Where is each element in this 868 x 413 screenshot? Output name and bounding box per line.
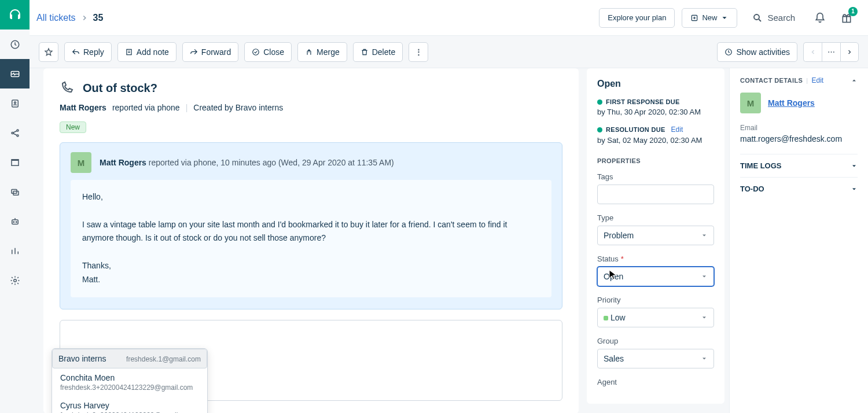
nav-contacts[interactable] <box>0 89 30 118</box>
edit-contact-link[interactable]: Edit <box>812 76 824 84</box>
note-icon <box>125 48 133 56</box>
ticket-nav-more[interactable]: ⋯ <box>822 42 840 62</box>
delete-button[interactable]: Delete <box>353 42 403 62</box>
svg-point-10 <box>13 222 14 223</box>
chevron-right-icon <box>80 14 89 22</box>
chevron-down-icon <box>720 14 729 22</box>
explore-plan-button[interactable]: Explore your plan <box>599 8 675 28</box>
contact-name-link[interactable]: Matt Rogers <box>768 98 815 108</box>
status-pill: New <box>60 121 86 133</box>
search-button[interactable]: Search <box>744 8 803 28</box>
nav-forums[interactable] <box>0 177 30 207</box>
contact-sidebar: CONTACT DETAILS | Edit M Matt Rogers Ema… <box>729 68 868 413</box>
contact-details-header: CONTACT DETAILS <box>740 77 803 84</box>
tags-label: Tags <box>597 172 714 181</box>
nav-admin[interactable] <box>0 266 30 295</box>
ticket-title: Out of stock? <box>83 82 157 95</box>
sla-dot-icon <box>597 127 602 132</box>
nav-tickets[interactable] <box>0 59 30 89</box>
breadcrumb-root[interactable]: All tickets <box>36 13 76 23</box>
created-by: Created by Bravo interns <box>193 103 283 112</box>
reported-via: reported via phone <box>112 103 180 112</box>
topbar: All tickets 35 Explore your plan New Sea… <box>30 0 868 36</box>
clock-icon <box>724 48 733 56</box>
group-select[interactable]: Sales <box>597 349 714 368</box>
more-actions-button[interactable]: ⋮ <box>409 42 428 62</box>
priority-select[interactable]: Low <box>597 308 714 327</box>
gift-badge: 1 <box>848 7 858 16</box>
close-button[interactable]: Close <box>244 42 292 62</box>
main-content: Out of stock? Matt Rogers reported via p… <box>30 68 587 413</box>
chevron-up-icon[interactable] <box>851 77 858 84</box>
time-logs-panel[interactable]: TIME LOGS <box>740 154 858 177</box>
svg-point-11 <box>16 222 17 223</box>
properties-header: PROPERTIES <box>597 157 714 164</box>
next-ticket-button[interactable] <box>840 42 859 62</box>
svg-point-12 <box>13 279 16 282</box>
star-icon <box>44 47 53 57</box>
app-logo[interactable] <box>0 0 30 30</box>
todo-panel[interactable]: TO-DO <box>740 177 858 200</box>
nav-bots[interactable] <box>0 207 30 236</box>
mention-item[interactable]: Bravo interns freshdesk.1@gmail.com <box>52 349 207 368</box>
message-card: M Matt Rogers reported via phone, 10 min… <box>60 142 562 309</box>
chevron-down-icon <box>701 314 708 321</box>
star-button[interactable] <box>39 42 58 62</box>
svg-point-3 <box>14 102 16 104</box>
first-response-time: by Thu, 30 Apr 2020, 02:30 AM <box>597 108 714 116</box>
headset-icon <box>8 8 22 22</box>
mention-item[interactable]: Cyrus Harvey freshdesk.2+20200424123229@… <box>52 396 207 413</box>
resolution-label: RESOLUTION DUE <box>606 126 665 133</box>
nav-social[interactable] <box>0 118 30 148</box>
message-author: Matt Rogers <box>100 158 146 167</box>
merge-button[interactable]: Merge <box>297 42 347 62</box>
search-icon <box>752 13 763 23</box>
svg-point-6 <box>17 135 19 137</box>
gift-button[interactable]: 1 <box>837 8 856 28</box>
reply-icon <box>72 48 80 56</box>
merge-icon <box>305 48 313 56</box>
message-body: Hello, I saw a vintage table lamp on you… <box>71 180 551 297</box>
show-activities-button[interactable]: Show activities <box>717 42 797 62</box>
svg-point-14 <box>754 14 759 20</box>
prev-ticket-button[interactable] <box>803 42 822 62</box>
contact-avatar: M <box>740 93 761 113</box>
add-note-button[interactable]: Add note <box>117 42 176 62</box>
new-button-label: New <box>702 13 717 22</box>
forward-button[interactable]: Forward <box>182 42 238 62</box>
phone-icon <box>60 81 73 95</box>
message-time: reported via phone, 10 minutes ago (Wed,… <box>149 158 394 167</box>
type-label: Type <box>597 213 714 222</box>
nav-reports[interactable] <box>0 236 30 266</box>
chevron-down-icon <box>701 355 708 362</box>
chevron-down-icon <box>701 273 708 280</box>
forward-icon <box>190 48 198 56</box>
left-nav-rail <box>0 0 30 413</box>
email-value: matt.rogers@freshdesk.com <box>740 134 858 143</box>
status-select[interactable]: Open <box>597 267 714 286</box>
ticket-meta: Matt Rogers reported via phone | Created… <box>60 103 562 112</box>
properties-sidebar: Open FIRST RESPONSE DUE by Thu, 30 Apr 2… <box>587 68 729 413</box>
bell-icon <box>814 12 826 24</box>
reporter-name[interactable]: Matt Rogers <box>60 103 106 112</box>
type-select[interactable]: Problem <box>597 226 714 245</box>
resolution-time: by Sat, 02 May 2020, 02:30 AM <box>597 136 714 145</box>
breadcrumb-current: 35 <box>93 13 104 23</box>
edit-sla-link[interactable]: Edit <box>671 126 683 134</box>
svg-point-5 <box>17 130 19 131</box>
notifications-button[interactable] <box>810 8 830 28</box>
sla-dot-icon <box>597 99 602 105</box>
search-label: Search <box>767 13 795 23</box>
reply-button[interactable]: Reply <box>64 42 112 62</box>
mention-item[interactable]: Conchita Moen freshdesk.3+20200424123229… <box>52 368 207 396</box>
chevron-down-icon <box>851 163 858 169</box>
new-button[interactable]: New <box>682 8 737 28</box>
nav-solutions[interactable] <box>0 148 30 177</box>
tags-input[interactable] <box>597 185 714 204</box>
svg-point-17 <box>253 49 259 55</box>
nav-dashboard[interactable] <box>0 30 30 59</box>
check-circle-icon <box>252 48 260 56</box>
svg-point-4 <box>12 132 13 134</box>
agent-label: Agent <box>597 378 714 386</box>
status-label: Status <box>597 255 619 263</box>
